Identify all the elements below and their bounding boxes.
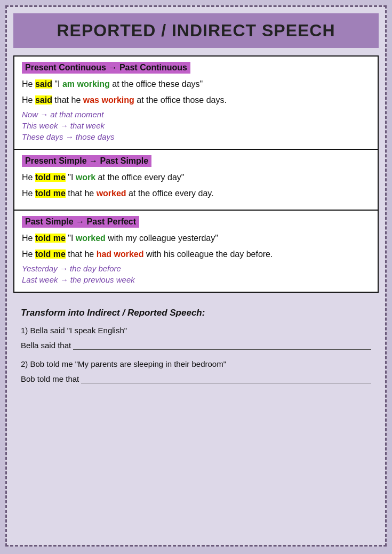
title-box: REPORTED / INDIRECT SPEECH (13, 13, 379, 48)
sentence-1-1: He said "I am working at the office thes… (22, 78, 370, 91)
highlight-said-2: said (35, 95, 52, 105)
exercise-number-2: 2) (21, 359, 30, 368)
answer-line-1[interactable] (73, 339, 371, 350)
highlight-told-me-2: told me (35, 189, 66, 198)
time-note-1: Now → at that moment (22, 110, 370, 119)
time-note-3: These days → those days (22, 132, 370, 141)
exercise-item-1: 1) Bella said "I speak English" Bella sa… (21, 326, 371, 350)
exercise-question-2: 2) Bob told me "My parents are sleeping … (21, 359, 371, 368)
section-present-simple: Present Simple → Past Simple He told me … (14, 150, 378, 211)
highlight-was-working: was working (83, 95, 134, 105)
answer-prefix-2: Bob told me that (21, 374, 79, 383)
answer-prefix-1: Bella said that (21, 341, 71, 350)
exercise-section: Transform into Indirect / Reported Speec… (13, 302, 379, 398)
exercise-number-1: 1) (21, 326, 30, 335)
highlight-worked-1: worked (97, 189, 126, 198)
exercise-answer-2: Bob told me that (21, 373, 371, 383)
highlight-said-1: said (35, 79, 52, 89)
sentence-3-2: He told me that he had worked with his c… (22, 248, 370, 261)
exercise-item-2: 2) Bob told me "My parents are sleeping … (21, 359, 371, 383)
section-heading-3: Past Simple → Past Perfect (22, 216, 139, 228)
highlight-had-worked: had worked (97, 250, 144, 259)
highlight-worked-2: worked (76, 234, 106, 243)
exercise-answer-1: Bella said that (21, 339, 371, 350)
time-note-2: This week → that week (22, 121, 370, 130)
answer-line-2[interactable] (81, 373, 371, 383)
section-present-continuous: Present Continuous → Past Continuous He … (14, 57, 378, 150)
highlight-am-working: am working (62, 79, 110, 89)
page-title: REPORTED / INDIRECT SPEECH (57, 21, 335, 40)
section-heading-2: Present Simple → Past Simple (22, 155, 151, 167)
exercise-title: Transform into Indirect / Reported Speec… (21, 308, 371, 318)
exercise-question-1: 1) Bella said "I speak English" (21, 326, 371, 335)
grammar-box: Present Continuous → Past Continuous He … (13, 55, 379, 293)
sentence-2-2: He told me that he worked at the office … (22, 187, 370, 200)
section-heading-1: Present Continuous → Past Continuous (22, 62, 190, 74)
time-note-5: Last week → the previous week (22, 275, 370, 284)
section-past-simple: Past Simple → Past Perfect He told me "I… (14, 211, 378, 292)
sentence-1-2: He said that he was working at the offic… (22, 94, 370, 107)
page-container: REPORTED / INDIRECT SPEECH Present Conti… (5, 5, 387, 547)
sentence-2-1: He told me "I work at the office every d… (22, 171, 370, 184)
highlight-work: work (76, 173, 95, 182)
highlight-told-me-4: told me (35, 250, 66, 259)
highlight-told-me-3: told me (35, 234, 66, 243)
sentence-3-1: He told me "I worked with my colleague y… (22, 232, 370, 245)
highlight-told-me-1: told me (35, 173, 66, 182)
time-note-4: Yesterday → the day before (22, 264, 370, 273)
